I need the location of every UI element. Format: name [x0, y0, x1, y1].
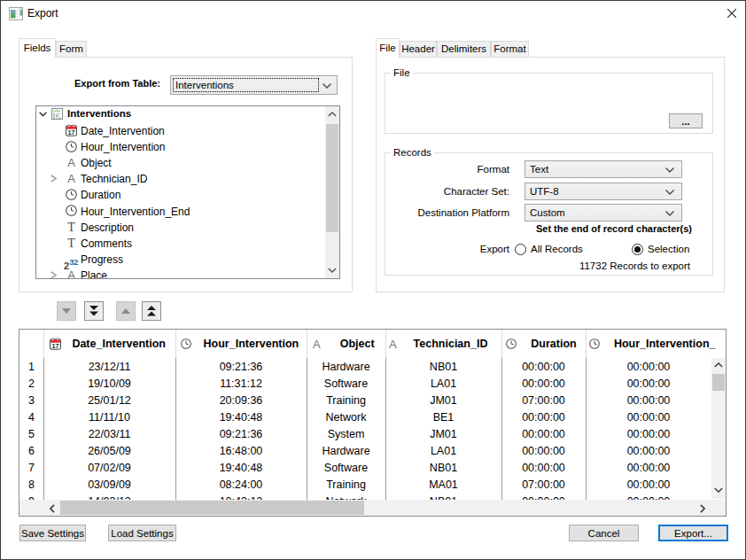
svg-text:17: 17	[68, 128, 75, 136]
svg-text:17: 17	[51, 342, 58, 350]
